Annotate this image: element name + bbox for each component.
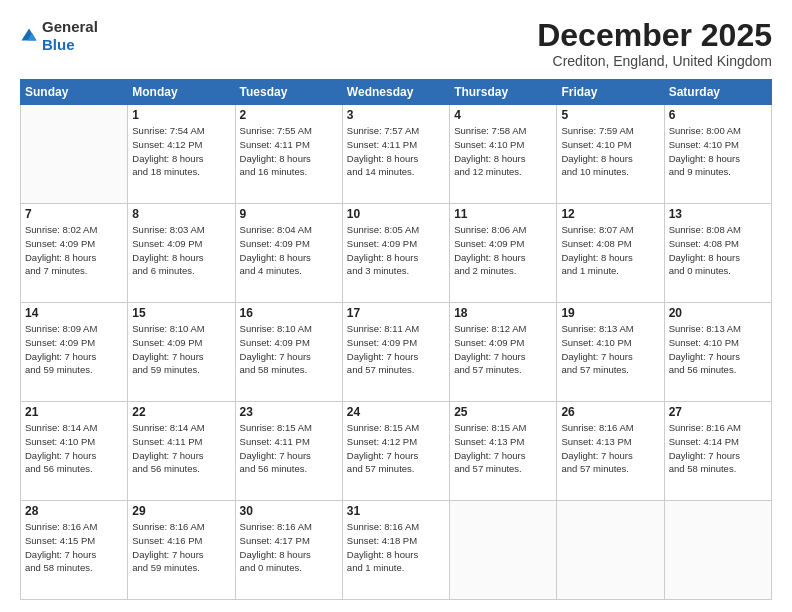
calendar-cell: 9Sunrise: 8:04 AM Sunset: 4:09 PM Daylig… [235, 204, 342, 303]
header-sunday: Sunday [21, 80, 128, 105]
calendar-week-row-0: 1Sunrise: 7:54 AM Sunset: 4:12 PM Daylig… [21, 105, 772, 204]
day-info: Sunrise: 8:12 AM Sunset: 4:09 PM Dayligh… [454, 322, 552, 377]
day-info: Sunrise: 8:16 AM Sunset: 4:15 PM Dayligh… [25, 520, 123, 575]
header-saturday: Saturday [664, 80, 771, 105]
day-info: Sunrise: 8:04 AM Sunset: 4:09 PM Dayligh… [240, 223, 338, 278]
day-info: Sunrise: 8:13 AM Sunset: 4:10 PM Dayligh… [669, 322, 767, 377]
day-number: 27 [669, 405, 767, 419]
calendar-week-row-2: 14Sunrise: 8:09 AM Sunset: 4:09 PM Dayli… [21, 303, 772, 402]
day-number: 8 [132, 207, 230, 221]
day-number: 14 [25, 306, 123, 320]
calendar-cell: 27Sunrise: 8:16 AM Sunset: 4:14 PM Dayli… [664, 402, 771, 501]
calendar-cell: 5Sunrise: 7:59 AM Sunset: 4:10 PM Daylig… [557, 105, 664, 204]
day-number: 15 [132, 306, 230, 320]
day-number: 12 [561, 207, 659, 221]
weekday-header-row: Sunday Monday Tuesday Wednesday Thursday… [21, 80, 772, 105]
day-info: Sunrise: 8:15 AM Sunset: 4:12 PM Dayligh… [347, 421, 445, 476]
calendar-cell: 13Sunrise: 8:08 AM Sunset: 4:08 PM Dayli… [664, 204, 771, 303]
day-info: Sunrise: 7:58 AM Sunset: 4:10 PM Dayligh… [454, 124, 552, 179]
day-info: Sunrise: 7:59 AM Sunset: 4:10 PM Dayligh… [561, 124, 659, 179]
day-number: 9 [240, 207, 338, 221]
logo-blue: Blue [42, 36, 75, 53]
calendar-cell [450, 501, 557, 600]
calendar-cell: 16Sunrise: 8:10 AM Sunset: 4:09 PM Dayli… [235, 303, 342, 402]
day-info: Sunrise: 8:02 AM Sunset: 4:09 PM Dayligh… [25, 223, 123, 278]
day-info: Sunrise: 8:13 AM Sunset: 4:10 PM Dayligh… [561, 322, 659, 377]
header: General Blue December 2025 Crediton, Eng… [20, 18, 772, 69]
header-tuesday: Tuesday [235, 80, 342, 105]
calendar-week-row-1: 7Sunrise: 8:02 AM Sunset: 4:09 PM Daylig… [21, 204, 772, 303]
day-number: 22 [132, 405, 230, 419]
header-monday: Monday [128, 80, 235, 105]
day-number: 28 [25, 504, 123, 518]
calendar-cell [557, 501, 664, 600]
logo-general: General [42, 18, 98, 35]
day-info: Sunrise: 8:11 AM Sunset: 4:09 PM Dayligh… [347, 322, 445, 377]
calendar-cell: 19Sunrise: 8:13 AM Sunset: 4:10 PM Dayli… [557, 303, 664, 402]
month-title: December 2025 [537, 18, 772, 53]
day-info: Sunrise: 8:15 AM Sunset: 4:13 PM Dayligh… [454, 421, 552, 476]
day-info: Sunrise: 7:54 AM Sunset: 4:12 PM Dayligh… [132, 124, 230, 179]
day-info: Sunrise: 8:14 AM Sunset: 4:10 PM Dayligh… [25, 421, 123, 476]
calendar-cell: 21Sunrise: 8:14 AM Sunset: 4:10 PM Dayli… [21, 402, 128, 501]
calendar-cell: 26Sunrise: 8:16 AM Sunset: 4:13 PM Dayli… [557, 402, 664, 501]
day-number: 26 [561, 405, 659, 419]
day-number: 10 [347, 207, 445, 221]
day-number: 4 [454, 108, 552, 122]
day-info: Sunrise: 8:16 AM Sunset: 4:16 PM Dayligh… [132, 520, 230, 575]
calendar-cell: 22Sunrise: 8:14 AM Sunset: 4:11 PM Dayli… [128, 402, 235, 501]
day-info: Sunrise: 7:55 AM Sunset: 4:11 PM Dayligh… [240, 124, 338, 179]
calendar-cell: 12Sunrise: 8:07 AM Sunset: 4:08 PM Dayli… [557, 204, 664, 303]
calendar-cell: 28Sunrise: 8:16 AM Sunset: 4:15 PM Dayli… [21, 501, 128, 600]
calendar-cell: 4Sunrise: 7:58 AM Sunset: 4:10 PM Daylig… [450, 105, 557, 204]
calendar-cell: 24Sunrise: 8:15 AM Sunset: 4:12 PM Dayli… [342, 402, 449, 501]
day-info: Sunrise: 8:10 AM Sunset: 4:09 PM Dayligh… [132, 322, 230, 377]
calendar-cell: 1Sunrise: 7:54 AM Sunset: 4:12 PM Daylig… [128, 105, 235, 204]
day-number: 1 [132, 108, 230, 122]
calendar-cell: 3Sunrise: 7:57 AM Sunset: 4:11 PM Daylig… [342, 105, 449, 204]
header-thursday: Thursday [450, 80, 557, 105]
calendar-cell: 25Sunrise: 8:15 AM Sunset: 4:13 PM Dayli… [450, 402, 557, 501]
day-number: 23 [240, 405, 338, 419]
location: Crediton, England, United Kingdom [537, 53, 772, 69]
header-wednesday: Wednesday [342, 80, 449, 105]
day-number: 5 [561, 108, 659, 122]
day-info: Sunrise: 8:16 AM Sunset: 4:13 PM Dayligh… [561, 421, 659, 476]
calendar-cell: 30Sunrise: 8:16 AM Sunset: 4:17 PM Dayli… [235, 501, 342, 600]
day-number: 3 [347, 108, 445, 122]
day-number: 24 [347, 405, 445, 419]
calendar-cell: 7Sunrise: 8:02 AM Sunset: 4:09 PM Daylig… [21, 204, 128, 303]
calendar-cell [664, 501, 771, 600]
day-number: 7 [25, 207, 123, 221]
day-number: 18 [454, 306, 552, 320]
day-number: 6 [669, 108, 767, 122]
calendar-table: Sunday Monday Tuesday Wednesday Thursday… [20, 79, 772, 600]
day-number: 29 [132, 504, 230, 518]
calendar-cell: 14Sunrise: 8:09 AM Sunset: 4:09 PM Dayli… [21, 303, 128, 402]
day-info: Sunrise: 8:07 AM Sunset: 4:08 PM Dayligh… [561, 223, 659, 278]
day-number: 19 [561, 306, 659, 320]
calendar-cell: 23Sunrise: 8:15 AM Sunset: 4:11 PM Dayli… [235, 402, 342, 501]
day-number: 21 [25, 405, 123, 419]
calendar-cell: 17Sunrise: 8:11 AM Sunset: 4:09 PM Dayli… [342, 303, 449, 402]
day-number: 17 [347, 306, 445, 320]
day-info: Sunrise: 8:15 AM Sunset: 4:11 PM Dayligh… [240, 421, 338, 476]
day-info: Sunrise: 8:16 AM Sunset: 4:18 PM Dayligh… [347, 520, 445, 575]
calendar-cell: 15Sunrise: 8:10 AM Sunset: 4:09 PM Dayli… [128, 303, 235, 402]
day-info: Sunrise: 8:16 AM Sunset: 4:17 PM Dayligh… [240, 520, 338, 575]
calendar-week-row-4: 28Sunrise: 8:16 AM Sunset: 4:15 PM Dayli… [21, 501, 772, 600]
day-number: 25 [454, 405, 552, 419]
day-info: Sunrise: 8:10 AM Sunset: 4:09 PM Dayligh… [240, 322, 338, 377]
day-number: 30 [240, 504, 338, 518]
day-number: 13 [669, 207, 767, 221]
logo: General Blue [20, 18, 98, 54]
calendar-cell: 8Sunrise: 8:03 AM Sunset: 4:09 PM Daylig… [128, 204, 235, 303]
calendar-cell: 31Sunrise: 8:16 AM Sunset: 4:18 PM Dayli… [342, 501, 449, 600]
calendar-cell: 10Sunrise: 8:05 AM Sunset: 4:09 PM Dayli… [342, 204, 449, 303]
day-number: 20 [669, 306, 767, 320]
logo-icon [20, 27, 38, 45]
day-info: Sunrise: 7:57 AM Sunset: 4:11 PM Dayligh… [347, 124, 445, 179]
calendar-cell: 20Sunrise: 8:13 AM Sunset: 4:10 PM Dayli… [664, 303, 771, 402]
day-info: Sunrise: 8:06 AM Sunset: 4:09 PM Dayligh… [454, 223, 552, 278]
day-info: Sunrise: 8:05 AM Sunset: 4:09 PM Dayligh… [347, 223, 445, 278]
